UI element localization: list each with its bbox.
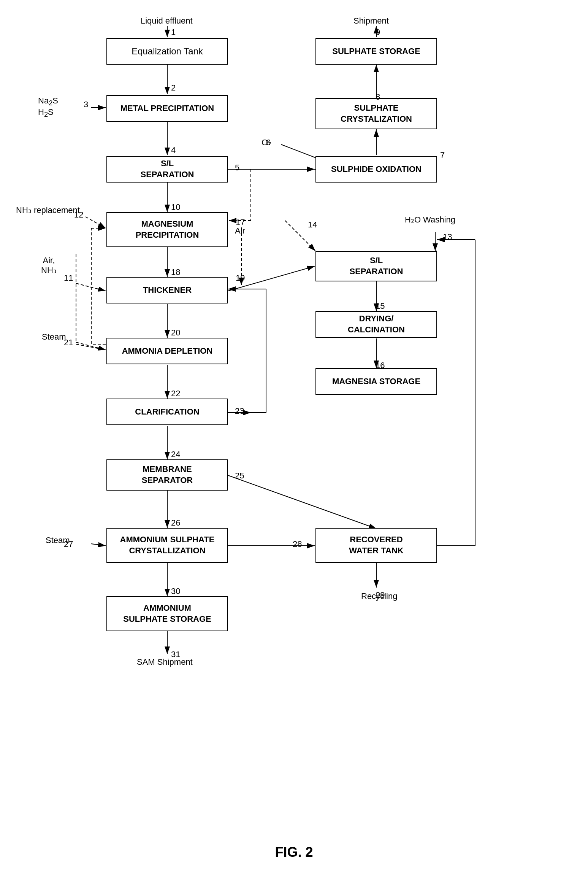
liquid-effluent-label: Liquid effluent xyxy=(141,16,193,26)
num22: 22 xyxy=(171,389,180,399)
membrane-separator-label: MEMBRANESEPARATOR xyxy=(142,464,193,486)
ammonium-sulphate-storage-label: AMMONIUMSULPHATE STORAGE xyxy=(123,603,211,624)
recovered-water-tank-label: RECOVEREDWATER TANK xyxy=(349,534,403,556)
clarification-box: CLARIFICATION xyxy=(106,399,228,425)
num17: 17 xyxy=(236,218,245,227)
membrane-separator-box: MEMBRANESEPARATOR xyxy=(106,459,228,491)
sl-separation-2-box: S/LSEPARATION xyxy=(315,251,437,281)
diagram: Equalization Tank METAL PRECIPITATION S/… xyxy=(0,0,588,837)
thickener-box: THICKENER xyxy=(106,277,228,303)
sam-shipment-label: SAM Shipment xyxy=(137,657,193,667)
num23: 23 xyxy=(235,406,244,416)
num16: 16 xyxy=(376,361,385,370)
ammonium-sulphate-cryst-box: AMMONIUM SULPHATECRYSTALLIZATION xyxy=(106,528,228,563)
svg-line-24 xyxy=(76,344,106,350)
equalization-tank-box: Equalization Tank xyxy=(106,38,228,65)
metal-precipitation-box: METAL PRECIPITATION xyxy=(106,95,228,122)
num6: 6 xyxy=(266,138,271,148)
ammonium-sulphate-cryst-label: AMMONIUM SULPHATECRYSTALLIZATION xyxy=(120,534,215,556)
sulphate-crystalization-box: SULPHATECRYSTALIZATION xyxy=(315,98,437,129)
num18: 18 xyxy=(171,267,180,277)
steam-21-label: Steam xyxy=(42,332,66,342)
num30: 30 xyxy=(171,586,180,596)
num21: 21 xyxy=(64,338,73,348)
ammonia-depletion-label: AMMONIA DEPLETION xyxy=(122,346,213,357)
num19: 19 xyxy=(236,273,245,283)
sl-separation-1-box: S/LSEPARATION xyxy=(106,156,228,183)
num28: 28 xyxy=(293,539,302,549)
num10: 10 xyxy=(171,202,180,212)
magnesium-precipitation-box: MAGNESIUMPRECIPITATION xyxy=(106,212,228,247)
ammonia-depletion-box: AMMONIA DEPLETION xyxy=(106,338,228,364)
flow-arrows xyxy=(0,0,588,837)
shipment-label: Shipment xyxy=(353,16,389,26)
num13: 13 xyxy=(443,232,452,242)
drying-calcination-label: DRYING/CALCINATION xyxy=(348,313,405,335)
svg-line-15 xyxy=(86,217,106,228)
na2s-label: Na2S xyxy=(38,96,58,107)
h2o-washing-label: H₂O Washing xyxy=(405,215,455,225)
num7: 7 xyxy=(440,150,445,160)
svg-line-18 xyxy=(76,342,106,350)
ammonium-sulphate-storage-box: AMMONIUMSULPHATE STORAGE xyxy=(106,596,228,631)
num24: 24 xyxy=(171,450,180,459)
num11: 11 xyxy=(64,273,73,283)
thickener-label: THICKENER xyxy=(143,285,192,296)
num25: 25 xyxy=(235,471,244,481)
num4: 4 xyxy=(171,145,176,155)
metal-precipitation-label: METAL PRECIPITATION xyxy=(120,103,214,114)
num9: 9 xyxy=(376,27,380,37)
magnesia-storage-label: MAGNESIA STORAGE xyxy=(332,376,420,387)
svg-line-17 xyxy=(76,283,106,291)
sulphate-storage-label: SULPHATE STORAGE xyxy=(332,46,420,57)
num15: 15 xyxy=(376,301,385,311)
sulphate-crystalization-label: SULPHATECRYSTALIZATION xyxy=(341,103,412,124)
drying-calcination-box: DRYING/CALCINATION xyxy=(315,311,437,338)
num12: 12 xyxy=(74,210,83,220)
num26: 26 xyxy=(171,518,180,528)
sulphide-oxidation-label: SULPHIDE OXIDATION xyxy=(331,164,422,175)
nh3-replacement-label: NH₃ replacement xyxy=(16,205,80,215)
sl-separation-2-label: S/LSEPARATION xyxy=(350,255,403,277)
magnesium-precipitation-label: MAGNESIUMPRECIPITATION xyxy=(136,219,199,240)
h2s-label: H2S xyxy=(38,107,54,119)
num5: 5 xyxy=(235,163,239,173)
num31: 31 xyxy=(171,650,180,659)
num27: 27 xyxy=(64,539,73,549)
equalization-tank-label: Equalization Tank xyxy=(132,45,203,57)
svg-line-31 xyxy=(228,475,376,529)
air-nh3-label: Air,NH₃ xyxy=(41,256,57,275)
num8: 8 xyxy=(376,92,380,102)
sulphide-oxidation-box: SULPHIDE OXIDATION xyxy=(315,156,437,183)
svg-line-33 xyxy=(91,544,106,546)
sulphate-storage-box: SULPHATE STORAGE xyxy=(315,38,437,65)
magnesia-storage-box: MAGNESIA STORAGE xyxy=(315,368,437,395)
num2: 2 xyxy=(171,83,176,93)
figure-label: FIG. 2 xyxy=(0,844,588,872)
num29: 29 xyxy=(376,590,385,600)
num3: 3 xyxy=(84,100,88,110)
sl-separation-1-label: S/LSEPARATION xyxy=(141,158,194,180)
recovered-water-tank-box: RECOVEREDWATER TANK xyxy=(315,528,437,563)
clarification-label: CLARIFICATION xyxy=(135,407,199,418)
num1: 1 xyxy=(171,27,176,37)
num20: 20 xyxy=(171,328,180,338)
num14: 14 xyxy=(308,220,317,230)
